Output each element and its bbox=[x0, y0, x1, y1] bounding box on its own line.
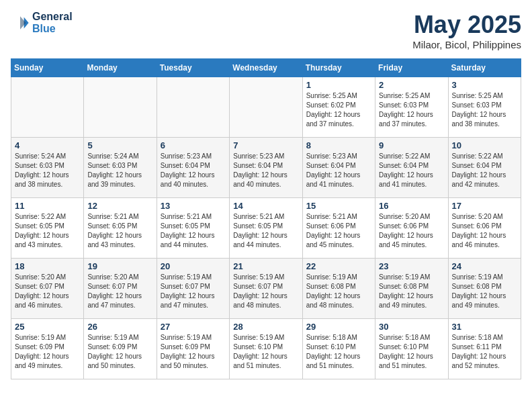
day-info: Sunrise: 5:20 AM Sunset: 6:06 PM Dayligh… bbox=[379, 212, 444, 250]
weekday-header-row: SundayMondayTuesdayWednesdayThursdayFrid… bbox=[11, 59, 521, 77]
calendar-cell: 8Sunrise: 5:23 AM Sunset: 6:04 PM Daylig… bbox=[302, 138, 375, 198]
calendar-cell: 25Sunrise: 5:19 AM Sunset: 6:09 PM Dayli… bbox=[11, 319, 84, 379]
calendar-cell: 4Sunrise: 5:24 AM Sunset: 6:03 PM Daylig… bbox=[11, 138, 84, 198]
page-header: General Blue May 2025 Milaor, Bicol, Phi… bbox=[11, 11, 521, 50]
weekday-header: Wednesday bbox=[230, 59, 302, 77]
day-number: 4 bbox=[15, 140, 80, 150]
calendar-cell: 26Sunrise: 5:19 AM Sunset: 6:09 PM Dayli… bbox=[84, 319, 157, 379]
day-number: 7 bbox=[233, 140, 298, 150]
calendar-cell: 10Sunrise: 5:22 AM Sunset: 6:04 PM Dayli… bbox=[448, 138, 521, 198]
day-info: Sunrise: 5:21 AM Sunset: 6:05 PM Dayligh… bbox=[233, 212, 298, 250]
day-info: Sunrise: 5:25 AM Sunset: 6:02 PM Dayligh… bbox=[306, 91, 371, 129]
day-number: 24 bbox=[452, 261, 517, 271]
day-info: Sunrise: 5:19 AM Sunset: 6:07 PM Dayligh… bbox=[161, 273, 226, 310]
day-number: 20 bbox=[161, 261, 226, 271]
day-info: Sunrise: 5:19 AM Sunset: 6:09 PM Dayligh… bbox=[161, 333, 226, 371]
calendar-week-row: 18Sunrise: 5:20 AM Sunset: 6:07 PM Dayli… bbox=[11, 259, 521, 319]
day-info: Sunrise: 5:19 AM Sunset: 6:07 PM Dayligh… bbox=[233, 273, 298, 310]
day-number: 26 bbox=[87, 322, 152, 332]
day-info: Sunrise: 5:23 AM Sunset: 6:04 PM Dayligh… bbox=[161, 152, 226, 189]
day-number: 28 bbox=[233, 322, 298, 332]
day-number: 14 bbox=[233, 201, 298, 211]
calendar-table: SundayMondayTuesdayWednesdayThursdayFrid… bbox=[11, 58, 521, 379]
day-number: 5 bbox=[87, 140, 152, 150]
day-number: 12 bbox=[87, 201, 152, 211]
logo: General Blue bbox=[11, 11, 73, 35]
calendar-cell bbox=[84, 77, 157, 138]
calendar-cell: 18Sunrise: 5:20 AM Sunset: 6:07 PM Dayli… bbox=[11, 259, 84, 319]
day-info: Sunrise: 5:19 AM Sunset: 6:09 PM Dayligh… bbox=[15, 333, 80, 371]
calendar-week-row: 4Sunrise: 5:24 AM Sunset: 6:03 PM Daylig… bbox=[11, 138, 521, 198]
day-info: Sunrise: 5:21 AM Sunset: 6:06 PM Dayligh… bbox=[306, 212, 371, 250]
calendar-cell: 24Sunrise: 5:19 AM Sunset: 6:08 PM Dayli… bbox=[448, 259, 521, 319]
weekday-header: Tuesday bbox=[157, 59, 229, 77]
calendar-cell: 11Sunrise: 5:22 AM Sunset: 6:05 PM Dayli… bbox=[11, 198, 84, 259]
day-number: 21 bbox=[233, 261, 298, 271]
calendar-cell: 30Sunrise: 5:18 AM Sunset: 6:10 PM Dayli… bbox=[375, 319, 448, 379]
day-number: 30 bbox=[379, 322, 444, 332]
day-info: Sunrise: 5:19 AM Sunset: 6:08 PM Dayligh… bbox=[379, 273, 444, 310]
logo-text: General Blue bbox=[32, 11, 73, 35]
calendar-cell: 12Sunrise: 5:21 AM Sunset: 6:05 PM Dayli… bbox=[84, 198, 157, 259]
calendar-cell: 31Sunrise: 5:18 AM Sunset: 6:11 PM Dayli… bbox=[448, 319, 521, 379]
calendar-week-row: 1Sunrise: 5:25 AM Sunset: 6:02 PM Daylig… bbox=[11, 77, 521, 138]
day-info: Sunrise: 5:19 AM Sunset: 6:10 PM Dayligh… bbox=[233, 333, 298, 371]
svg-marker-1 bbox=[20, 16, 26, 30]
day-info: Sunrise: 5:21 AM Sunset: 6:05 PM Dayligh… bbox=[87, 212, 152, 250]
weekday-header: Friday bbox=[375, 59, 448, 77]
calendar-cell: 5Sunrise: 5:24 AM Sunset: 6:03 PM Daylig… bbox=[84, 138, 157, 198]
calendar-cell: 16Sunrise: 5:20 AM Sunset: 6:06 PM Dayli… bbox=[375, 198, 448, 259]
day-number: 22 bbox=[306, 261, 371, 271]
logo-icon bbox=[11, 13, 30, 32]
calendar-cell: 20Sunrise: 5:19 AM Sunset: 6:07 PM Dayli… bbox=[157, 259, 229, 319]
day-info: Sunrise: 5:20 AM Sunset: 6:07 PM Dayligh… bbox=[15, 273, 80, 310]
title-block: May 2025 Milaor, Bicol, Philippines bbox=[412, 11, 521, 50]
calendar-cell bbox=[11, 77, 84, 138]
day-number: 6 bbox=[161, 140, 226, 150]
day-info: Sunrise: 5:18 AM Sunset: 6:10 PM Dayligh… bbox=[379, 333, 444, 371]
day-info: Sunrise: 5:20 AM Sunset: 6:07 PM Dayligh… bbox=[87, 273, 152, 310]
day-info: Sunrise: 5:25 AM Sunset: 6:03 PM Dayligh… bbox=[452, 91, 517, 129]
day-number: 17 bbox=[452, 201, 517, 211]
day-info: Sunrise: 5:19 AM Sunset: 6:09 PM Dayligh… bbox=[87, 333, 152, 371]
day-info: Sunrise: 5:22 AM Sunset: 6:05 PM Dayligh… bbox=[15, 212, 80, 250]
calendar-cell: 2Sunrise: 5:25 AM Sunset: 6:03 PM Daylig… bbox=[375, 77, 448, 138]
weekday-header: Sunday bbox=[11, 59, 84, 77]
day-number: 10 bbox=[452, 140, 517, 150]
day-number: 1 bbox=[306, 80, 371, 90]
day-number: 9 bbox=[379, 140, 444, 150]
day-number: 3 bbox=[452, 80, 517, 90]
calendar-cell: 3Sunrise: 5:25 AM Sunset: 6:03 PM Daylig… bbox=[448, 77, 521, 138]
day-info: Sunrise: 5:20 AM Sunset: 6:06 PM Dayligh… bbox=[452, 212, 517, 250]
day-info: Sunrise: 5:18 AM Sunset: 6:11 PM Dayligh… bbox=[452, 333, 517, 371]
day-info: Sunrise: 5:22 AM Sunset: 6:04 PM Dayligh… bbox=[452, 152, 517, 189]
day-number: 2 bbox=[379, 80, 444, 90]
calendar-cell: 17Sunrise: 5:20 AM Sunset: 6:06 PM Dayli… bbox=[448, 198, 521, 259]
day-number: 15 bbox=[306, 201, 371, 211]
calendar-cell: 22Sunrise: 5:19 AM Sunset: 6:08 PM Dayli… bbox=[302, 259, 375, 319]
day-number: 11 bbox=[15, 201, 80, 211]
calendar-cell: 29Sunrise: 5:18 AM Sunset: 6:10 PM Dayli… bbox=[302, 319, 375, 379]
day-number: 25 bbox=[15, 322, 80, 332]
calendar-week-row: 11Sunrise: 5:22 AM Sunset: 6:05 PM Dayli… bbox=[11, 198, 521, 259]
day-number: 23 bbox=[379, 261, 444, 271]
day-info: Sunrise: 5:22 AM Sunset: 6:04 PM Dayligh… bbox=[379, 152, 444, 189]
month-title: May 2025 bbox=[412, 11, 521, 39]
calendar-cell: 6Sunrise: 5:23 AM Sunset: 6:04 PM Daylig… bbox=[157, 138, 229, 198]
weekday-header: Thursday bbox=[302, 59, 375, 77]
calendar-cell: 28Sunrise: 5:19 AM Sunset: 6:10 PM Dayli… bbox=[230, 319, 302, 379]
calendar-cell: 9Sunrise: 5:22 AM Sunset: 6:04 PM Daylig… bbox=[375, 138, 448, 198]
day-number: 18 bbox=[15, 261, 80, 271]
day-number: 27 bbox=[161, 322, 226, 332]
calendar-cell: 7Sunrise: 5:23 AM Sunset: 6:04 PM Daylig… bbox=[230, 138, 302, 198]
calendar-cell: 23Sunrise: 5:19 AM Sunset: 6:08 PM Dayli… bbox=[375, 259, 448, 319]
day-info: Sunrise: 5:21 AM Sunset: 6:05 PM Dayligh… bbox=[161, 212, 226, 250]
day-number: 13 bbox=[161, 201, 226, 211]
calendar-cell: 13Sunrise: 5:21 AM Sunset: 6:05 PM Dayli… bbox=[157, 198, 229, 259]
day-info: Sunrise: 5:24 AM Sunset: 6:03 PM Dayligh… bbox=[15, 152, 80, 189]
calendar-cell: 15Sunrise: 5:21 AM Sunset: 6:06 PM Dayli… bbox=[302, 198, 375, 259]
calendar-cell bbox=[157, 77, 229, 138]
calendar-cell: 14Sunrise: 5:21 AM Sunset: 6:05 PM Dayli… bbox=[230, 198, 302, 259]
day-info: Sunrise: 5:23 AM Sunset: 6:04 PM Dayligh… bbox=[306, 152, 371, 189]
day-number: 16 bbox=[379, 201, 444, 211]
